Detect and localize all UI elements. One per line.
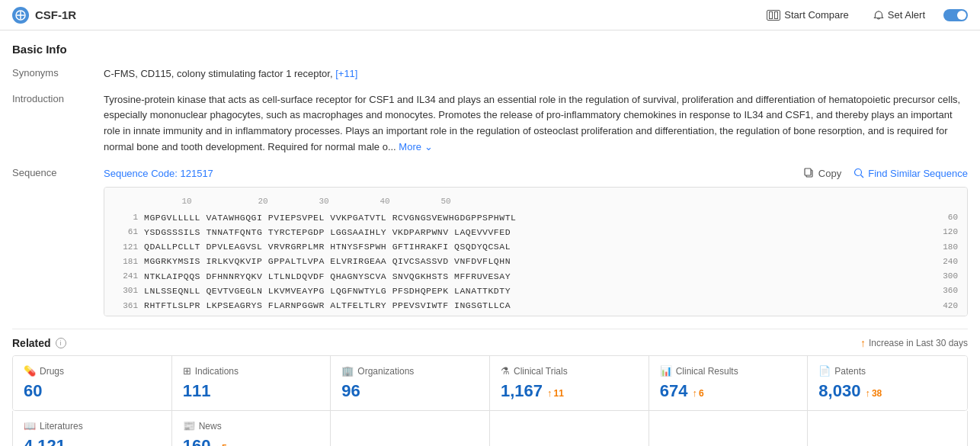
sequence-code-link[interactable]: Sequence Code: 121517 bbox=[104, 166, 213, 181]
stat-delta: ↑11 bbox=[547, 387, 564, 399]
stat-delta: ↑5 bbox=[215, 442, 226, 446]
seq-num-left: 361 bbox=[114, 300, 138, 313]
stat-card-row2 bbox=[331, 411, 490, 446]
synonyms-more-link[interactable]: [+11] bbox=[335, 68, 357, 79]
synonyms-label: Synonyms bbox=[12, 66, 104, 79]
stat-card[interactable]: 💊 Drugs 60 bbox=[13, 356, 172, 410]
find-similar-button[interactable]: Find Similar Sequence bbox=[853, 168, 968, 179]
stat-card-row2[interactable]: 📖 Literatures 4,121 bbox=[13, 411, 172, 446]
stat-icon: 📊 bbox=[660, 365, 672, 377]
seq-num-right: 420 bbox=[930, 300, 958, 313]
stat-icon: ⊞ bbox=[183, 365, 191, 377]
seq-num-right: 300 bbox=[930, 270, 958, 283]
stat-label: News bbox=[199, 421, 222, 432]
sequence-line: 181 MGGRKYMSIS IRLKVQKVIP GPPALTLVPA ELV… bbox=[114, 255, 958, 268]
sequence-line: 361 RHTFTLSLPR LKPSEAGRYS FLARNPGGWR ALT… bbox=[114, 299, 958, 312]
toggle-knob bbox=[957, 11, 966, 20]
stat-value: 4,121 bbox=[24, 436, 66, 446]
sequence-line: 301 LNLSSEQNLL QEVTVGEGLN LKVMVEAYPG LQG… bbox=[114, 284, 958, 297]
stat-card[interactable]: 🏢 Organizations 96 bbox=[331, 356, 490, 410]
start-compare-label: Start Compare bbox=[784, 9, 849, 21]
stat-label: Clinical Trials bbox=[514, 366, 568, 377]
svg-line-8 bbox=[861, 175, 864, 178]
seq-num-left: 61 bbox=[114, 226, 138, 239]
sequence-line: 1 MGPGVLLLLL VATAWHGQGI PVIEPSVPEL VVKPG… bbox=[114, 211, 958, 224]
trend-text: Increase in Last 30 days bbox=[869, 338, 968, 348]
stat-label: Indications bbox=[195, 366, 239, 377]
sequence-line: 121 QDALLPCLLT DPVLEAGVSL VRVRGRPLMR HTN… bbox=[114, 240, 958, 253]
sequence-header: Sequence Code: 121517 Copy bbox=[104, 166, 968, 181]
stat-value-row: 60 bbox=[24, 381, 161, 401]
stat-label-row: ⚗ Clinical Trials bbox=[501, 365, 638, 377]
stat-card[interactable]: ⚗ Clinical Trials 1,167 ↑11 bbox=[490, 356, 649, 410]
stat-value-row: 111 bbox=[183, 381, 320, 401]
related-title: Related bbox=[12, 337, 51, 349]
svg-rect-4 bbox=[775, 11, 778, 18]
app-logo bbox=[12, 7, 29, 24]
seq-num-left: 121 bbox=[114, 241, 138, 254]
seq-num-left: 181 bbox=[114, 255, 138, 268]
stat-card[interactable]: 📊 Clinical Results 674 ↑6 bbox=[649, 356, 809, 410]
svg-rect-3 bbox=[770, 11, 773, 18]
header: CSF-1R Start Compare Set Alert bbox=[0, 0, 980, 30]
stat-label: Drugs bbox=[40, 366, 64, 377]
stat-value-row: 674 ↑6 bbox=[660, 381, 797, 401]
stat-label-row: 💊 Drugs bbox=[24, 365, 161, 377]
copy-icon bbox=[804, 168, 815, 178]
trend-arrow-icon: ↑ bbox=[860, 337, 866, 349]
synonyms-row: Synonyms C-FMS, CD115, colony stimulatin… bbox=[12, 66, 968, 82]
compare-icon bbox=[767, 10, 780, 21]
stat-label-row: 📖 Literatures bbox=[24, 420, 161, 432]
set-alert-button[interactable]: Set Alert bbox=[867, 6, 931, 24]
stat-card-row2 bbox=[808, 411, 967, 446]
related-info-icon[interactable]: i bbox=[56, 338, 66, 348]
seq-content: YSDGSSSILS TNNATFQNTG TYRCTEPGDP LGGSAAI… bbox=[144, 226, 924, 239]
stat-card[interactable]: 📄 Patents 8,030 ↑38 bbox=[808, 356, 967, 410]
sequence-ruler: 10 20 30 40 50 bbox=[114, 195, 958, 208]
sequence-row: Sequence Sequence Code: 121517 Copy bbox=[12, 166, 968, 317]
seq-content: QDALLPCLLT DPVLEAGVSL VRVRGRPLMR HTNYSFS… bbox=[144, 240, 924, 253]
seq-num-left: 241 bbox=[114, 270, 138, 283]
copy-button[interactable]: Copy bbox=[804, 168, 841, 179]
seq-num-right: 240 bbox=[930, 255, 958, 268]
sequence-value: Sequence Code: 121517 Copy bbox=[104, 166, 968, 317]
stat-icon: 📰 bbox=[183, 420, 195, 432]
stat-value-row: 4,121 bbox=[24, 436, 161, 446]
stat-label-row: 🏢 Organizations bbox=[341, 365, 479, 377]
stat-label-row: ⊞ Indications bbox=[183, 365, 320, 377]
seq-content: MGGRKYMSIS IRLKVQKVIP GPPALTLVPA ELVRIRG… bbox=[144, 255, 924, 268]
stat-value: 674 bbox=[660, 381, 688, 401]
stat-card-row2[interactable]: 📰 News 160 ↑5 bbox=[172, 411, 331, 446]
page-title: CSF-1R bbox=[35, 8, 76, 21]
stat-delta: ↑6 bbox=[692, 387, 703, 399]
stat-card[interactable]: ⊞ Indications 111 bbox=[172, 356, 331, 410]
stat-label: Patents bbox=[834, 366, 866, 377]
synonyms-value: C-FMS, CD115, colony stimulating factor … bbox=[104, 66, 968, 82]
header-left: CSF-1R bbox=[12, 7, 76, 24]
toggle-switch[interactable] bbox=[943, 9, 968, 21]
stat-label-row: 📄 Patents bbox=[818, 365, 956, 377]
alert-icon bbox=[873, 10, 884, 21]
seq-num-right: 180 bbox=[930, 241, 958, 254]
stat-value-row: 160 ↑5 bbox=[183, 436, 320, 446]
more-link[interactable]: More ⌄ bbox=[399, 141, 432, 152]
start-compare-button[interactable]: Start Compare bbox=[761, 6, 855, 24]
find-similar-icon bbox=[853, 168, 864, 178]
stat-label: Clinical Results bbox=[676, 366, 738, 377]
stat-card-row2 bbox=[490, 411, 649, 446]
sequence-box[interactable]: 10 20 30 40 50 1 MGPGVLLLLL VATAWHGQGI P… bbox=[104, 187, 968, 316]
stat-value-row: 8,030 ↑38 bbox=[818, 381, 956, 401]
stat-label-row: 📊 Clinical Results bbox=[660, 365, 797, 377]
seq-content: LNLSSEQNLL QEVTVGEGLN LKVMVEAYPG LQGFNWT… bbox=[144, 284, 924, 297]
related-header: Related i ↑ Increase in Last 30 days bbox=[12, 337, 968, 349]
seq-num-right: 60 bbox=[930, 211, 958, 224]
stat-value: 96 bbox=[341, 381, 360, 401]
stat-value: 60 bbox=[24, 381, 42, 401]
seq-num-right: 360 bbox=[930, 284, 958, 297]
sequence-line: 241 NTKLAIPQQS DFHNNRYQKV LTLNLDQVDF QHA… bbox=[114, 270, 958, 283]
stat-value: 8,030 bbox=[818, 381, 860, 401]
stat-label: Organizations bbox=[357, 366, 414, 377]
find-similar-label: Find Similar Sequence bbox=[868, 168, 968, 179]
sequence-actions: Copy Find Similar Sequence bbox=[804, 168, 968, 179]
introduction-label: Introduction bbox=[12, 92, 104, 104]
